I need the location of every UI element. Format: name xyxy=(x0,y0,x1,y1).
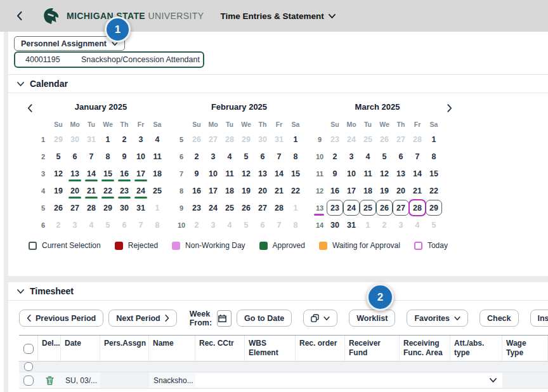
calendar-day[interactable]: 24 xyxy=(343,199,360,216)
calendar-day[interactable]: 5 xyxy=(50,148,67,165)
calendar-day[interactable]: 25 xyxy=(360,199,376,216)
calendar-day[interactable]: 26 xyxy=(376,199,393,216)
calendar-day[interactable]: 28 xyxy=(83,199,100,216)
calendar-day[interactable]: 27 xyxy=(393,199,409,216)
calendar-day[interactable]: 27 xyxy=(393,131,409,148)
calendar-day[interactable]: 5 xyxy=(100,216,116,233)
calendar-day[interactable]: 9 xyxy=(327,165,343,182)
go-to-date-button[interactable]: Go to Date xyxy=(237,310,292,327)
calendar-day[interactable]: 18 xyxy=(149,165,166,182)
calendar-day[interactable]: 8 xyxy=(100,148,116,165)
calendar-day[interactable]: 13 xyxy=(67,165,83,182)
previous-period-button[interactable]: Previous Period xyxy=(19,310,103,327)
calendar-day[interactable]: 25 xyxy=(149,182,166,199)
calendar-day[interactable]: 14 xyxy=(409,165,426,182)
calendar-day[interactable]: 28 xyxy=(221,131,238,148)
timesheet-collapse-toggle[interactable] xyxy=(17,289,24,294)
calendar-day[interactable]: 25 xyxy=(360,131,376,148)
calendar-day[interactable]: 23 xyxy=(188,199,205,216)
calendar-day[interactable]: 26 xyxy=(238,199,254,216)
calendar-day[interactable]: 30 xyxy=(116,199,133,216)
calendar-day[interactable]: 23 xyxy=(327,131,343,148)
calendar-day[interactable]: 7 xyxy=(271,148,287,165)
calendar-day[interactable]: 5 xyxy=(376,148,393,165)
calendar-day[interactable]: 4 xyxy=(360,148,376,165)
favorites-button[interactable]: Favorites xyxy=(407,310,468,327)
column-header[interactable]: Receiver Fund xyxy=(345,336,400,361)
calendar-day[interactable]: 30 xyxy=(254,131,271,148)
calendar-day[interactable]: 20 xyxy=(67,182,83,199)
calendar-day[interactable]: 3 xyxy=(343,148,360,165)
calendar-day[interactable]: 28 xyxy=(409,199,426,216)
table-row[interactable]: SU, 03/... Snacksho... xyxy=(19,372,548,389)
calendar-day[interactable]: 24 xyxy=(343,131,360,148)
calendar-day[interactable]: 28 xyxy=(409,131,426,148)
column-header[interactable]: Rec. order xyxy=(296,336,345,361)
row-checkbox[interactable] xyxy=(23,376,34,386)
calendar-day[interactable]: 24 xyxy=(133,182,149,199)
calendar-day[interactable]: 19 xyxy=(238,182,254,199)
calendar-day[interactable]: 22 xyxy=(426,182,442,199)
calendar-day[interactable]: 12 xyxy=(376,165,393,182)
column-header[interactable]: WBS Element xyxy=(245,336,296,361)
column-header[interactable]: Name xyxy=(149,336,195,361)
calendar-day[interactable]: 6 xyxy=(254,148,271,165)
calendar-day[interactable]: 26 xyxy=(188,131,205,148)
calendar-day[interactable]: 9 xyxy=(188,165,205,182)
calendar-day[interactable]: 11 xyxy=(221,165,238,182)
calendar-day[interactable]: 1 xyxy=(100,131,116,148)
calendar-day[interactable]: 29 xyxy=(426,199,442,216)
calendar-day[interactable]: 5 xyxy=(238,148,254,165)
column-header[interactable]: Wage Type xyxy=(502,336,548,361)
row-checkbox[interactable] xyxy=(24,362,33,371)
calendar-day[interactable]: 2 xyxy=(188,216,205,233)
calendar-day[interactable]: 8 xyxy=(426,148,442,165)
calendar-day[interactable]: 26 xyxy=(50,199,67,216)
calendar-day[interactable]: 27 xyxy=(254,199,271,216)
column-header[interactable]: Del... xyxy=(38,336,61,361)
calendar-day[interactable]: 3 xyxy=(393,216,409,233)
calendar-day[interactable]: 8 xyxy=(287,148,304,165)
calendar-day[interactable]: 15 xyxy=(287,165,304,182)
calendar-day[interactable]: 4 xyxy=(221,216,238,233)
calendar-day[interactable]: 14 xyxy=(271,165,287,182)
column-header[interactable]: Att./abs. type xyxy=(450,336,502,361)
calendar-day[interactable]: 6 xyxy=(393,148,409,165)
calendar-day[interactable]: 31 xyxy=(83,131,100,148)
column-header[interactable]: Pers.Assgn xyxy=(100,336,149,361)
calendar-day[interactable]: 8 xyxy=(149,216,166,233)
calendar-day[interactable]: 1 xyxy=(149,199,166,216)
calendar-day[interactable]: 18 xyxy=(221,182,238,199)
calendar-day[interactable]: 27 xyxy=(67,199,83,216)
column-header[interactable]: Receiving Func. Area xyxy=(400,336,450,361)
calendar-day[interactable]: 4 xyxy=(149,131,166,148)
calendar-collapse-toggle[interactable] xyxy=(17,82,24,86)
calendar-day[interactable]: 12 xyxy=(50,165,67,182)
calendar-day[interactable]: 26 xyxy=(376,131,393,148)
personnel-assignment-row[interactable]: 40001195 Snackshop/Concession Attendant xyxy=(14,51,204,68)
column-header[interactable]: Date xyxy=(61,336,100,361)
calendar-day[interactable]: 13 xyxy=(254,165,271,182)
calendar-day[interactable]: 1 xyxy=(287,131,304,148)
calendar-day[interactable]: 3 xyxy=(205,148,221,165)
calendar-day[interactable]: 29 xyxy=(50,131,67,148)
calendar-day[interactable]: 4 xyxy=(409,216,426,233)
calendar-day[interactable]: 23 xyxy=(327,199,343,216)
calendar-day[interactable]: 19 xyxy=(50,182,67,199)
calendar-day[interactable]: 23 xyxy=(116,182,133,199)
calendar-day[interactable]: 17 xyxy=(133,165,149,182)
calendar-day[interactable]: 11 xyxy=(149,148,166,165)
calendar-day[interactable]: 30 xyxy=(67,131,83,148)
calendar-day[interactable]: 10 xyxy=(343,165,360,182)
calendar-day[interactable]: 14 xyxy=(83,165,100,182)
calendar-icon[interactable] xyxy=(218,313,227,323)
calendar-day[interactable]: 18 xyxy=(360,182,376,199)
calendar-day[interactable]: 30 xyxy=(327,216,343,233)
calendar-day[interactable]: 25 xyxy=(221,199,238,216)
check-button[interactable]: Check xyxy=(480,310,519,327)
calendar-day[interactable]: 2 xyxy=(116,131,133,148)
calendar-day[interactable]: 3 xyxy=(205,216,221,233)
app-title-menu[interactable]: Time Entries & Statement xyxy=(220,11,335,21)
calendar-day[interactable]: 6 xyxy=(67,148,83,165)
calendar-day[interactable]: 9 xyxy=(116,148,133,165)
